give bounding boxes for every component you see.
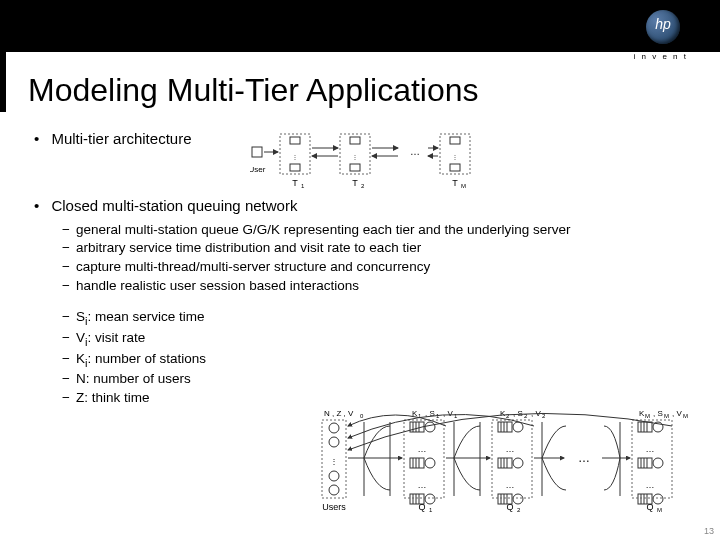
bullet-queuing: • Closed multi-station queuing network bbox=[34, 197, 684, 216]
sub-text: Z: think time bbox=[76, 390, 150, 407]
sub-text: N: number of users bbox=[76, 371, 191, 388]
dash-icon: − bbox=[62, 278, 76, 295]
list-item: − arbitrary service time distribution an… bbox=[62, 240, 684, 257]
svg-text:1: 1 bbox=[429, 507, 433, 512]
left-accent-bar bbox=[0, 52, 6, 112]
dash-icon: − bbox=[62, 390, 76, 407]
svg-text:2: 2 bbox=[517, 507, 521, 512]
dash-icon: − bbox=[62, 222, 76, 239]
list-item: − N: number of users bbox=[62, 371, 684, 388]
svg-text:⋮: ⋮ bbox=[330, 457, 338, 466]
dash-icon: − bbox=[62, 309, 76, 328]
svg-text:M: M bbox=[461, 183, 466, 188]
svg-text:, V: , V bbox=[443, 409, 453, 418]
bullet-dot-icon: • bbox=[34, 197, 39, 214]
svg-point-49 bbox=[329, 471, 339, 481]
svg-text:Users: Users bbox=[322, 502, 346, 512]
svg-text:2: 2 bbox=[506, 413, 510, 419]
header-bar bbox=[0, 0, 720, 52]
sub-bullets-group-2: − Si: mean service time − Vi: visit rate… bbox=[62, 309, 684, 407]
svg-text:M: M bbox=[683, 413, 688, 419]
logo-tagline: i n v e n t bbox=[634, 52, 688, 61]
svg-text:, V: , V bbox=[672, 409, 682, 418]
svg-text:Q: Q bbox=[418, 502, 425, 512]
sub-text: Vi: visit rate bbox=[76, 330, 145, 349]
svg-text:M: M bbox=[657, 507, 662, 512]
figure-multi-tier: ⋮ User T1 T2 TM … bbox=[250, 132, 500, 188]
var-desc: : mean service time bbox=[88, 309, 205, 324]
slide-title: Modeling Multi-Tier Applications bbox=[28, 72, 479, 109]
var-letter: S bbox=[76, 309, 85, 324]
page-number: 13 bbox=[704, 526, 714, 536]
dash-icon: − bbox=[62, 371, 76, 388]
dash-icon: − bbox=[62, 330, 76, 349]
var-desc: : visit rate bbox=[88, 330, 146, 345]
figure-queuing-network: … … N , Z , V0 K1 , S1 , V1 K2 , S2 , V2… bbox=[294, 408, 704, 512]
svg-text:…: … bbox=[410, 146, 420, 157]
list-item: − Z: think time bbox=[62, 390, 684, 407]
bullet-text: Multi-tier architecture bbox=[51, 130, 191, 147]
svg-text:1: 1 bbox=[301, 183, 305, 188]
bullet-dot-icon: • bbox=[34, 130, 39, 147]
sub-text: handle realistic user session based inte… bbox=[76, 278, 359, 295]
svg-text:Q: Q bbox=[646, 502, 653, 512]
var-letter: K bbox=[76, 351, 85, 366]
sub-text: Ki: number of stations bbox=[76, 351, 206, 370]
svg-text:M: M bbox=[664, 413, 669, 419]
dash-icon: − bbox=[62, 240, 76, 257]
sub-text: arbitrary service time distribution and … bbox=[76, 240, 421, 257]
hp-logo-icon bbox=[646, 10, 680, 44]
dash-icon: − bbox=[62, 351, 76, 370]
list-item: − Ki: number of stations bbox=[62, 351, 684, 370]
sub-bullets-group-1: − general multi-station queue G/G/K repr… bbox=[62, 222, 684, 296]
svg-point-50 bbox=[329, 485, 339, 495]
sub-text: general multi-station queue G/G/K repres… bbox=[76, 222, 571, 239]
sub-text: capture multi-thread/multi-server struct… bbox=[76, 259, 430, 276]
svg-rect-4 bbox=[252, 147, 262, 157]
svg-text:T: T bbox=[292, 178, 298, 188]
sub-text: Si: mean service time bbox=[76, 309, 205, 328]
svg-text:M: M bbox=[645, 413, 650, 419]
svg-text:N , Z , V: N , Z , V bbox=[324, 409, 354, 418]
svg-text:2: 2 bbox=[361, 183, 365, 188]
dash-icon: − bbox=[62, 259, 76, 276]
svg-text:0: 0 bbox=[360, 413, 364, 419]
svg-text:…: … bbox=[578, 451, 590, 465]
svg-text:, S: , S bbox=[653, 409, 663, 418]
svg-point-46 bbox=[329, 423, 339, 433]
svg-text:Q: Q bbox=[506, 502, 513, 512]
list-item: − Vi: visit rate bbox=[62, 330, 684, 349]
svg-text:T: T bbox=[452, 178, 458, 188]
fig1-user-label: User bbox=[250, 165, 266, 174]
bullet-text: Closed multi-station queuing network bbox=[51, 197, 297, 214]
svg-text:1: 1 bbox=[454, 413, 458, 419]
list-item: − general multi-station queue G/G/K repr… bbox=[62, 222, 684, 239]
svg-point-47 bbox=[329, 437, 339, 447]
var-letter: V bbox=[76, 330, 85, 345]
list-item: − Si: mean service time bbox=[62, 309, 684, 328]
var-desc: : number of stations bbox=[88, 351, 207, 366]
list-item: − capture multi-thread/multi-server stru… bbox=[62, 259, 684, 276]
list-item: − handle realistic user session based in… bbox=[62, 278, 684, 295]
svg-text:T: T bbox=[352, 178, 358, 188]
svg-text:1: 1 bbox=[436, 413, 440, 419]
